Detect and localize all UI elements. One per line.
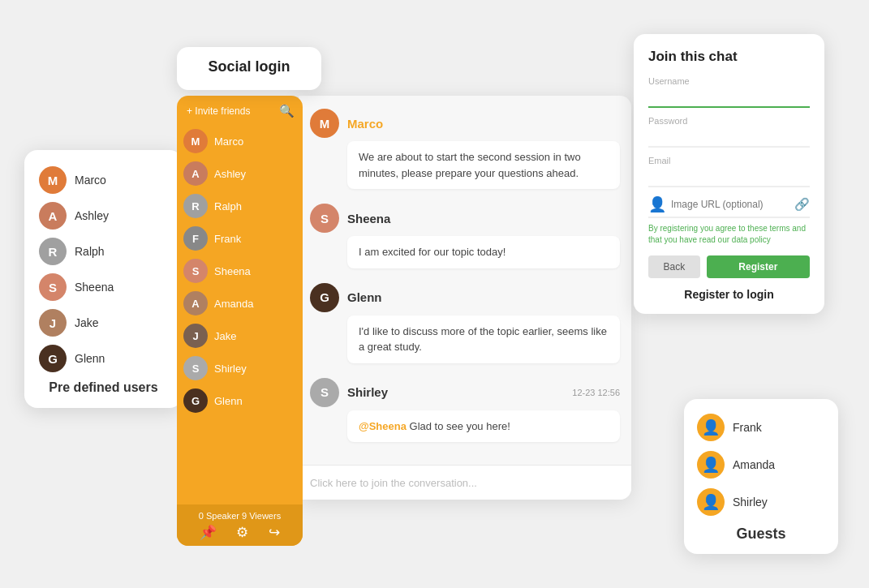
password-input[interactable]: [648, 127, 810, 148]
chat-message-shirley: S Shirley 12-23 12:56 @Sheena Glad to se…: [310, 378, 620, 443]
avatar: A: [183, 291, 208, 315]
user-name-glenn: Glenn: [75, 352, 105, 365]
avatar-marco: M: [39, 166, 67, 194]
password-label: Password: [648, 116, 810, 126]
sidebar-item-marco[interactable]: M Marco: [177, 125, 303, 157]
message-bubble: I am excited for our topic today!: [347, 236, 620, 268]
predefined-users-panel: M Marco A Ashley R Ralph S Sheena J Jake…: [24, 150, 183, 408]
avatar-amanda: 👤: [697, 451, 725, 479]
logout-icon[interactable]: ↪: [269, 524, 280, 541]
sidebar-item-shirley[interactable]: S Shirley: [177, 352, 303, 384]
message-author: Sheena: [347, 212, 390, 225]
username-input[interactable]: [648, 88, 810, 108]
user-name-jake: Jake: [75, 316, 99, 329]
sidebar-header: + Invite friends 🔍: [177, 96, 303, 125]
sidebar-user-name: Glenn: [214, 395, 243, 407]
register-to-login-label: Register to login: [648, 288, 810, 301]
sidebar-user-name: Sheena: [214, 265, 251, 277]
sidebar-item-sheena[interactable]: S Sheena: [177, 255, 303, 287]
list-item[interactable]: S Sheena: [39, 273, 168, 301]
list-item[interactable]: A Ashley: [39, 202, 168, 230]
user-name-marco: Marco: [75, 174, 106, 187]
chat-main-panel: M Marco We are about to start the second…: [299, 96, 631, 500]
image-url-input[interactable]: [671, 199, 794, 210]
avatar: R: [183, 194, 208, 218]
chat-message-marco: M Marco We are about to start the second…: [310, 109, 620, 189]
message-time: 12-23 12:56: [572, 388, 620, 397]
guests-panel: 👤 Frank 👤 Amanda 👤 Shirley Guests: [684, 399, 838, 554]
message-header: S Sheena: [310, 204, 620, 233]
list-item[interactable]: M Marco: [39, 166, 168, 194]
avatar: J: [183, 324, 208, 348]
message-header: G Glenn: [310, 283, 620, 312]
sidebar-user-name: Frank: [214, 233, 241, 245]
sidebar-item-glenn[interactable]: G Glenn: [177, 384, 303, 417]
guest-name: Shirley: [733, 496, 768, 509]
back-button[interactable]: Back: [648, 255, 700, 278]
user-icon: 👤: [648, 195, 666, 213]
avatar-sheena: S: [310, 204, 339, 233]
message-bubble: We are about to start the second session…: [347, 141, 620, 189]
avatar-glenn: G: [39, 345, 67, 372]
sidebar-user-name: Amanda: [214, 298, 253, 310]
list-item[interactable]: J Jake: [39, 309, 168, 337]
sidebar-user-name: Jake: [214, 330, 236, 342]
predefined-title: Pre defined users: [39, 380, 168, 395]
sidebar-item-ashley[interactable]: A Ashley: [177, 157, 303, 190]
guest-item-frank[interactable]: 👤 Frank: [697, 414, 825, 441]
user-name-ashley: Ashley: [75, 209, 109, 222]
search-icon[interactable]: 🔍: [279, 104, 295, 118]
avatar-frank: 👤: [697, 414, 725, 441]
username-label: Username: [648, 76, 810, 86]
email-input[interactable]: [648, 167, 810, 187]
sidebar-item-jake[interactable]: J Jake: [177, 320, 303, 352]
social-login-title: Social login: [191, 58, 307, 75]
speaker-viewer-count: 0 Speaker 9 Viewers: [177, 511, 303, 524]
chat-messages-area: M Marco We are about to start the second…: [299, 96, 631, 465]
avatar: A: [183, 161, 208, 186]
avatar-jake: J: [39, 309, 67, 337]
avatar-shirley: S: [310, 378, 339, 407]
guest-name: Frank: [733, 421, 762, 434]
list-item[interactable]: R Ralph: [39, 238, 168, 265]
avatar: F: [183, 226, 208, 251]
chat-input-area[interactable]: Click here to join the conversation...: [299, 465, 631, 500]
image-url-row: 👤 🔗: [648, 195, 810, 218]
policy-text: By registering you agree to these terms …: [648, 223, 810, 246]
guests-title: Guests: [697, 526, 825, 543]
gear-icon[interactable]: ⚙: [236, 524, 248, 541]
avatar-sheena: S: [39, 273, 67, 301]
join-buttons: Back Register: [648, 255, 810, 278]
sidebar-item-amanda[interactable]: A Amanda: [177, 287, 303, 320]
sidebar-footer: 0 Speaker 9 Viewers 📌 ⚙ ↪: [177, 504, 303, 546]
pin-icon[interactable]: 📌: [200, 524, 217, 541]
join-chat-title: Join this chat: [648, 49, 810, 65]
sidebar-action-icons: 📌 ⚙ ↪: [177, 524, 303, 541]
chat-message-glenn: G Glenn I'd like to discuss more of the …: [310, 283, 620, 363]
email-label: Email: [648, 156, 810, 165]
sidebar-user-name: Shirley: [214, 363, 247, 375]
guest-item-amanda[interactable]: 👤 Amanda: [697, 451, 825, 479]
avatar-ashley: A: [39, 202, 67, 230]
avatar: S: [183, 356, 208, 380]
list-item[interactable]: G Glenn: [39, 345, 168, 372]
sidebar-user-name: Marco: [214, 135, 243, 148]
avatar: G: [183, 388, 208, 413]
sidebar-item-ralph[interactable]: R Ralph: [177, 190, 303, 222]
register-button[interactable]: Register: [707, 255, 810, 278]
sidebar-item-frank[interactable]: F Frank: [177, 222, 303, 255]
avatar-glenn: G: [310, 283, 339, 312]
sidebar-user-name: Ralph: [214, 200, 242, 212]
join-chat-panel: Join this chat Username Password Email 👤…: [634, 34, 824, 314]
chat-input-placeholder[interactable]: Click here to join the conversation...: [310, 477, 477, 489]
avatar: M: [183, 129, 208, 153]
invite-label[interactable]: + Invite friends: [187, 105, 250, 117]
message-header: S Shirley 12-23 12:56: [310, 378, 620, 407]
guest-item-shirley[interactable]: 👤 Shirley: [697, 488, 825, 516]
avatar-ralph: R: [39, 238, 67, 265]
message-author: Marco: [347, 117, 383, 131]
avatar: S: [183, 259, 208, 283]
link-icon: 🔗: [794, 197, 810, 212]
user-name-sheena: Sheena: [75, 281, 114, 294]
message-author: Glenn: [347, 290, 382, 304]
